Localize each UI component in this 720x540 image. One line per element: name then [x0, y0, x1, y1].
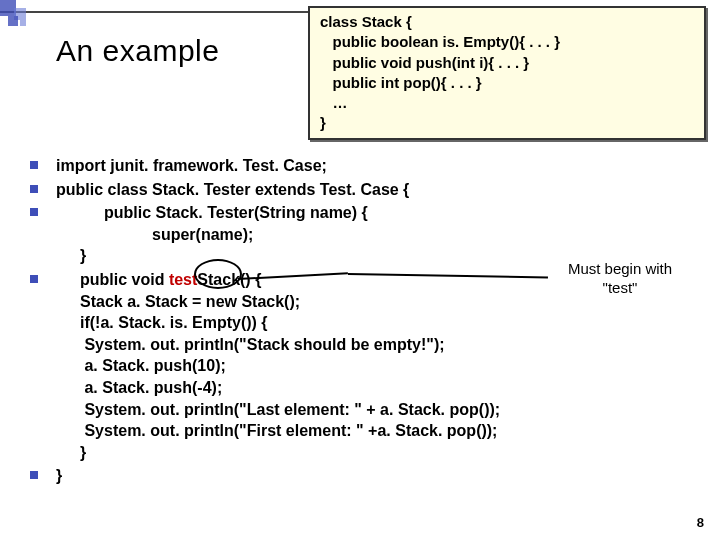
code-line: if(!a. Stack. is. Empty()) { [56, 312, 690, 334]
code-line: public boolean is. Empty(){ . . . } [320, 33, 560, 50]
annotation-text-line: "test" [603, 279, 638, 296]
bullet-icon [30, 208, 38, 216]
deco-square [20, 20, 26, 26]
bullet-icon [30, 161, 38, 169]
code-line: public Stack. Tester(String name) { [56, 202, 690, 224]
bullet-text: public class Stack. Tester extends Test.… [56, 179, 690, 201]
bullet-row: } [30, 465, 690, 487]
bullet-text: import junit. framework. Test. Case; [56, 155, 690, 177]
code-keyword-test: test [169, 271, 197, 288]
stack-class-code-box: class Stack { public boolean is. Empty()… [308, 6, 706, 140]
code-line: public int pop(){ . . . } [320, 74, 482, 91]
code-line: super(name); [56, 224, 690, 246]
bullet-row: public Stack. Tester(String name) {super… [30, 202, 690, 267]
bullet-row: public class Stack. Tester extends Test.… [30, 179, 690, 201]
code-line: public void push(int i){ . . . } [320, 54, 529, 71]
bullet-text: public void testStack() {Stack a. Stack … [56, 269, 690, 463]
bullet-row: import junit. framework. Test. Case; [30, 155, 690, 177]
bullet-text: public Stack. Tester(String name) {super… [56, 202, 690, 267]
body-area: import junit. framework. Test. Case; pub… [30, 155, 690, 489]
code-line: … [320, 94, 348, 111]
annotation-label: Must begin with "test" [555, 260, 685, 298]
bullet-row: public void testStack() {Stack a. Stack … [30, 269, 690, 463]
code-line: System. out. println("First element: " +… [56, 420, 690, 442]
bullet-icon [30, 471, 38, 479]
code-line: System. out. println("Last element: " + … [56, 399, 690, 421]
slide-root: An example class Stack { public boolean … [0, 0, 720, 540]
code-line: a. Stack. push(-4); [56, 377, 690, 399]
deco-square [8, 16, 18, 26]
code-line: System. out. println("Stack should be em… [56, 334, 690, 356]
slide-title: An example [56, 34, 219, 68]
code-line: class Stack { [320, 13, 412, 30]
code-line: } [56, 442, 690, 464]
code-fragment: public void [80, 271, 169, 288]
bullet-icon [30, 185, 38, 193]
bullet-icon [30, 275, 38, 283]
code-line: } [320, 114, 326, 131]
code-line: a. Stack. push(10); [56, 355, 690, 377]
bullet-text: } [56, 465, 690, 487]
annotation-text-line: Must begin with [568, 260, 672, 277]
page-number: 8 [697, 515, 704, 530]
code-fragment: Stack() { [197, 271, 261, 288]
